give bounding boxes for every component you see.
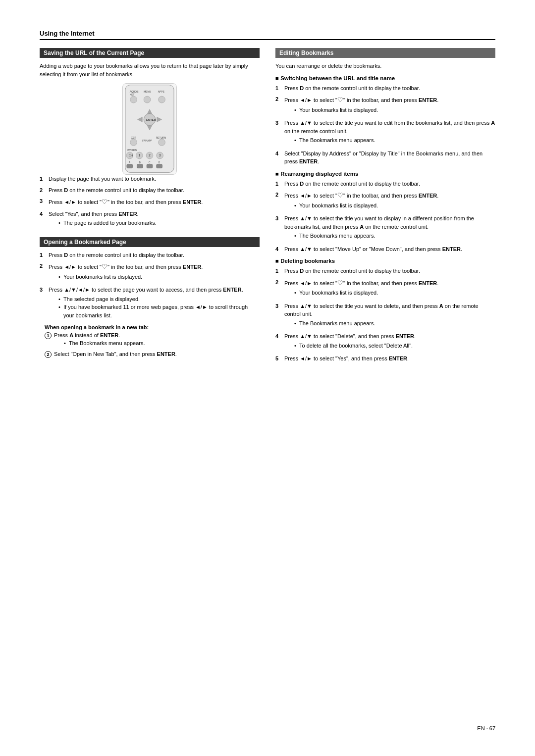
section-open-title: Opening a Bookmarked Page: [40, 237, 260, 247]
svg-rect-31: [137, 164, 143, 168]
svg-text:D: D: [159, 161, 160, 164]
step-item: 2 Press ◄/► to select "♡" in the toolbar…: [275, 95, 495, 116]
subsection-rearranging-title: Rearranging displayed items: [275, 171, 495, 177]
step-item: 1 Display the page that you want to book…: [40, 175, 260, 183]
svg-text:C: C: [149, 161, 151, 164]
step-item: 1 Press D on the remote control unit to …: [275, 267, 495, 275]
step-item: 1 Press D on the remote control unit to …: [275, 180, 495, 188]
step-item: 3 Press ▲/▼ to select the title you want…: [275, 214, 495, 242]
subsection-deleting-title: Deleting bookmarks: [275, 258, 495, 264]
step-item: 1 Press D on the remote control unit to …: [40, 251, 260, 259]
tab-note-items: 1 Press A instead of ENTER. The Bookmark…: [45, 332, 260, 358]
main-content: Saving the URL of the Current Page Addin…: [40, 48, 495, 366]
remote-illustration: AQUOS NET MENU APPS ENTE: [40, 83, 260, 175]
svg-text:AQUOS: AQUOS: [130, 91, 139, 93]
open-bookmarked-steps: 1 Press D on the remote control unit to …: [40, 251, 260, 322]
tab-note-title: When opening a bookmark in a new tab:: [45, 324, 260, 330]
subsection-switching: Switching between the URL and title name…: [275, 75, 495, 166]
subsection-rearranging: Rearranging displayed items 1 Press D on…: [275, 171, 495, 253]
svg-text:MENU: MENU: [144, 91, 151, 93]
svg-text:ENTER: ENTER: [146, 118, 157, 121]
step-item: 2 Press ◄/► to select "♡" in the toolbar…: [275, 278, 495, 299]
step-item: 3 Press ◄/► to select "♡" in the toolbar…: [40, 197, 260, 207]
svg-text:FAV APP: FAV APP: [142, 140, 152, 142]
section-edit-intro: You can rearrange or delete the bookmark…: [275, 62, 495, 70]
tab-note-item-2: 2 Select "Open in New Tab", and then pre…: [45, 351, 260, 358]
svg-point-3: [130, 96, 137, 103]
header-title: Using the Internet: [40, 30, 95, 37]
step-item: 4 Select "Display by Address" or "Displa…: [275, 150, 495, 166]
step-item: 2 Press ◄/► to select "♡" in the toolbar…: [275, 191, 495, 211]
svg-text:APPS: APPS: [158, 91, 165, 93]
deleting-steps: 1 Press D on the remote control unit to …: [275, 267, 495, 363]
svg-text:1: 1: [138, 153, 140, 157]
rearranging-steps: 1 Press D on the remote control unit to …: [275, 180, 495, 253]
section-header: Using the Internet: [40, 30, 495, 40]
svg-rect-29: [127, 164, 133, 168]
svg-text:CH: CH: [129, 154, 133, 157]
step-item: 3 Press ▲/▼ to select the title you want…: [275, 119, 495, 147]
step-item: 2 Press D on the remote control unit to …: [40, 186, 260, 195]
section-save-url-intro: Adding a web page to your bookmarks allo…: [40, 62, 260, 78]
left-column: Saving the URL of the Current Page Addin…: [40, 48, 260, 366]
page-footer: EN · 67: [477, 725, 495, 731]
subsection-switching-title: Switching between the URL and title name: [275, 75, 495, 81]
svg-text:3: 3: [159, 153, 161, 157]
section-edit-title: Editing Bookmarks: [275, 48, 495, 58]
save-url-steps: 1 Display the page that you want to book…: [40, 175, 260, 229]
step-item: 3 Press ▲/▼ to select the title you want…: [275, 302, 495, 330]
svg-point-5: [144, 96, 151, 103]
svg-text:RETURN: RETURN: [156, 137, 166, 139]
svg-point-7: [159, 96, 165, 103]
svg-text:2: 2: [149, 153, 151, 157]
right-column: Editing Bookmarks You can rearrange or d…: [275, 48, 495, 366]
switching-steps: 1 Press D on the remote control unit to …: [275, 84, 495, 166]
step-item: 3 Press ▲/▼/◄/► to select the page you w…: [40, 286, 260, 321]
section-save-url-title: Saving the URL of the Current Page: [40, 48, 260, 58]
svg-text:EXIT: EXIT: [131, 137, 136, 139]
step-item: 1 Press D on the remote control unit to …: [275, 84, 495, 93]
svg-point-17: [159, 139, 165, 146]
svg-rect-35: [157, 164, 162, 168]
svg-text:B: B: [139, 161, 140, 164]
step-item: 4 Press ▲/▼ to select "Move Up" or "Move…: [275, 245, 495, 253]
svg-text:FAVORITE: FAVORITE: [127, 149, 138, 151]
footer-page-number: EN · 67: [477, 725, 495, 731]
svg-rect-33: [147, 164, 153, 168]
open-bookmarked-section: Opening a Bookmarked Page 1 Press D on t…: [40, 237, 260, 358]
tab-note-section: When opening a bookmark in a new tab: 1 …: [45, 324, 260, 358]
subsection-deleting: Deleting bookmarks 1 Press D on the remo…: [275, 258, 495, 363]
remote-svg: AQUOS NET MENU APPS ENTE: [122, 83, 177, 175]
tab-note-item-1: 1 Press A instead of ENTER. The Bookmark…: [45, 332, 260, 350]
step-item: 2 Press ◄/► to select "♡" in the toolbar…: [40, 262, 260, 283]
step-item: 5 Press ◄/► to select "Yes", and then pr…: [275, 354, 495, 363]
step-item: 4 Select "Yes", and then press ENTER. Th…: [40, 210, 260, 229]
svg-point-15: [130, 139, 137, 146]
svg-text:NET: NET: [130, 94, 135, 96]
step-item: 4 Press ▲/▼ to select "Delete", and then…: [275, 332, 495, 352]
